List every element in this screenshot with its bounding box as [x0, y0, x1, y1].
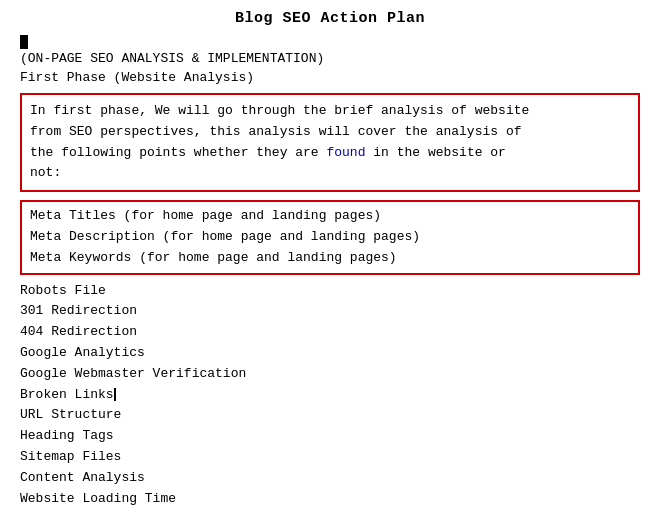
meta-items-box: Meta Titles (for home page and landing p… [20, 200, 640, 274]
list-item-heading: Heading Tags [20, 426, 640, 447]
checklist-section: Robots File 301 Redirection 404 Redirect… [20, 281, 640, 510]
phase-title: First Phase (Website Analysis) [20, 70, 640, 85]
first-box-line-2: from SEO perspectives, this analysis wil… [30, 122, 630, 143]
page-title: Blog SEO Action Plan [20, 10, 640, 27]
list-item-url: URL Structure [20, 405, 640, 426]
cursor-indicator [20, 35, 640, 51]
list-item-analytics: Google Analytics [20, 343, 640, 364]
found-highlight: found [326, 145, 365, 160]
meta-description-item: Meta Description (for home page and land… [30, 227, 630, 248]
meta-keywords-item: Meta Keywords (for home page and landing… [30, 248, 630, 269]
first-box-line-1: In first phase, We will go through the b… [30, 101, 630, 122]
list-item-sitemap: Sitemap Files [20, 447, 640, 468]
first-box-line-3: the following points whether they are fo… [30, 143, 630, 164]
subtitle-line: (ON-PAGE SEO ANALYSIS & IMPLEMENTATION) [20, 51, 640, 66]
list-item-webmaster: Google Webmaster Verification [20, 364, 640, 385]
list-item-301: 301 Redirection [20, 301, 640, 322]
list-item-robots: Robots File [20, 281, 640, 302]
list-item-loading: Website Loading Time [20, 489, 640, 510]
first-analysis-box: In first phase, We will go through the b… [20, 93, 640, 192]
list-item-broken-links: Broken Links [20, 385, 640, 406]
first-box-line-4: not: [30, 163, 630, 184]
text-cursor [114, 388, 116, 401]
meta-titles-item: Meta Titles (for home page and landing p… [30, 206, 630, 227]
list-item-404: 404 Redirection [20, 322, 640, 343]
list-item-content: Content Analysis [20, 468, 640, 489]
